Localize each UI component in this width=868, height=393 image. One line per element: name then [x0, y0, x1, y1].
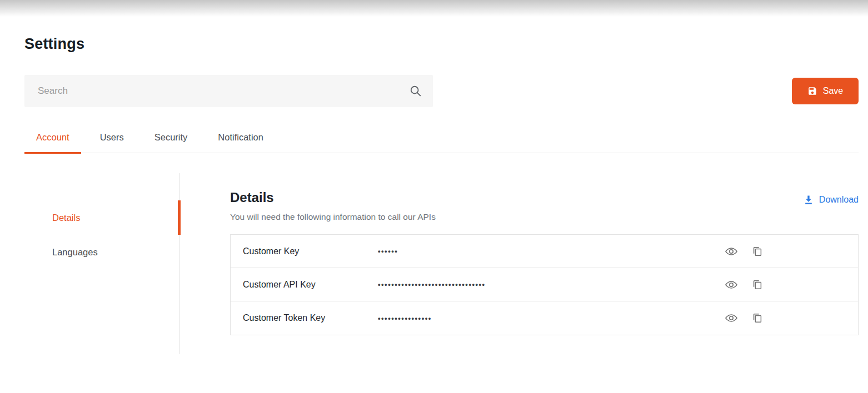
details-title: Details: [230, 190, 274, 205]
reveal-button[interactable]: [725, 245, 738, 258]
copy-button[interactable]: [751, 279, 764, 291]
table-row-customer-api-key: Customer API Key •••••••••••••••••••••••…: [231, 268, 858, 301]
reveal-button[interactable]: [725, 311, 738, 325]
tab-account-label: Account: [36, 132, 69, 142]
masked-value: ••••••••••••••••: [378, 314, 432, 323]
tab-security-label: Security: [154, 132, 188, 142]
details-panel: Details Download You will need the follo…: [179, 173, 859, 354]
sidebar-item-languages-label: Languages: [52, 247, 98, 258]
details-subtitle: You will need the following information …: [230, 212, 859, 222]
settings-page: Settings Save Acc: [0, 0, 868, 393]
details-header: Details Download: [230, 190, 859, 205]
copy-button[interactable]: [751, 245, 764, 258]
key-label: Customer API Key: [231, 280, 378, 290]
api-keys-table: Customer Key ••••••: [230, 234, 859, 335]
copy-icon: [751, 279, 764, 291]
sidebar-item-details-label: Details: [52, 213, 80, 223]
save-icon: [807, 86, 817, 96]
top-gradient-bar: [0, 0, 868, 17]
eye-icon: [725, 311, 738, 325]
tab-users[interactable]: Users: [88, 124, 136, 153]
copy-icon: [751, 245, 764, 258]
tab-account[interactable]: Account: [24, 124, 81, 153]
tab-notification-label: Notification: [218, 132, 263, 142]
download-icon: [803, 194, 814, 205]
table-row-customer-key: Customer Key ••••••: [231, 235, 858, 268]
search-icon: [410, 85, 422, 97]
save-button-label: Save: [823, 86, 843, 96]
tab-users-label: Users: [100, 132, 124, 142]
eye-icon: [725, 278, 738, 291]
masked-value: ••••••: [378, 247, 398, 255]
tab-notification[interactable]: Notification: [206, 124, 275, 153]
sidebar-item-details[interactable]: Details: [24, 200, 179, 235]
masked-value: ••••••••••••••••••••••••••••••••: [378, 280, 486, 289]
account-section: Details Languages Details: [24, 173, 859, 354]
tab-bar: Account Users Security Notification: [24, 124, 859, 153]
search-box: [24, 75, 433, 107]
reveal-button[interactable]: [725, 278, 738, 291]
sidebar-item-languages[interactable]: Languages: [24, 235, 179, 269]
key-label: Customer Key: [231, 246, 378, 256]
copy-button[interactable]: [751, 312, 764, 324]
search-input[interactable]: [24, 75, 433, 107]
settings-sidebar: Details Languages: [24, 173, 179, 354]
search-row: Save: [24, 75, 859, 107]
copy-icon: [751, 312, 764, 324]
download-label: Download: [819, 195, 859, 205]
save-button[interactable]: Save: [792, 78, 859, 104]
tab-security[interactable]: Security: [143, 124, 199, 153]
eye-icon: [725, 245, 738, 258]
page-title: Settings: [24, 36, 859, 53]
download-button[interactable]: Download: [803, 194, 859, 205]
key-label: Customer Token Key: [231, 313, 378, 323]
table-row-customer-token-key: Customer Token Key ••••••••••••••••: [231, 301, 858, 335]
